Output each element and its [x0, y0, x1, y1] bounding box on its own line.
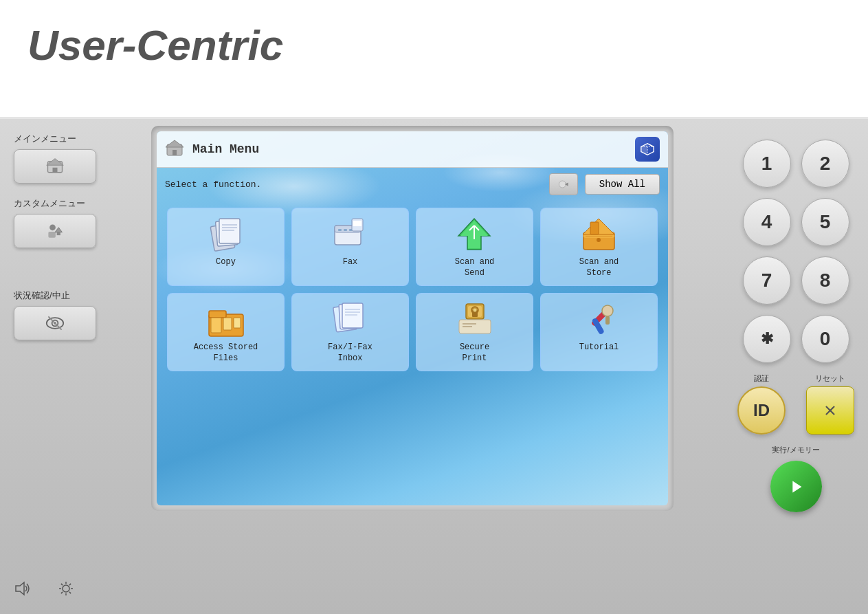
svg-rect-68 — [605, 316, 610, 325]
page-title: User-Centric — [27, 21, 283, 69]
num-2-button[interactable]: 2 — [801, 140, 849, 188]
status-label: 状況確認/中止 — [14, 289, 137, 302]
copy-label: Copy — [216, 257, 236, 268]
screen-home-icon — [165, 139, 186, 160]
svg-point-61 — [474, 309, 477, 312]
svg-marker-71 — [792, 481, 801, 492]
num-7-button[interactable]: 7 — [743, 256, 791, 305]
svg-line-79 — [69, 592, 71, 593]
svg-marker-72 — [16, 582, 24, 595]
svg-marker-12 — [166, 140, 183, 147]
svg-rect-2 — [53, 168, 58, 173]
right-panel: 1 2 4 5 7 8 ✱ 0 認証 ID リセット — [737, 140, 854, 518]
main-menu-label: メインメニュー — [14, 133, 137, 145]
3d-icon — [640, 142, 655, 157]
svg-rect-23 — [219, 219, 240, 243]
screen-3d-button[interactable] — [635, 137, 660, 162]
green-start-button[interactable] — [770, 461, 822, 512]
fax-button[interactable]: Fax — [291, 208, 409, 286]
svg-line-78 — [61, 584, 63, 585]
svg-point-67 — [602, 305, 613, 316]
svg-marker-5 — [55, 228, 63, 232]
svg-point-73 — [63, 585, 69, 592]
custom-menu-button[interactable] — [14, 214, 96, 248]
tutorial-icon — [580, 300, 618, 338]
svg-rect-48 — [211, 318, 221, 333]
svg-point-45 — [597, 238, 601, 242]
show-all-button[interactable]: Show All — [585, 174, 660, 195]
id-button[interactable]: ID — [737, 386, 786, 435]
access-stored-button[interactable]: Access StoredFiles — [167, 293, 285, 371]
screen-container: Main Menu Select a function. — [151, 126, 674, 511]
screen-title: Main Menu — [192, 142, 635, 156]
tutorial-label: Tutorial — [579, 342, 619, 353]
numpad-row-2: 4 5 — [737, 198, 854, 246]
svg-rect-30 — [344, 229, 347, 231]
svg-rect-63 — [463, 323, 476, 325]
eye-icon — [45, 314, 65, 333]
brightness-icon[interactable] — [58, 580, 74, 600]
auth-area: 認証 ID — [737, 373, 786, 435]
status-button[interactable] — [14, 306, 96, 340]
left-panel: メインメニュー カスタムメニュー 状況確認/中止 — [14, 133, 137, 354]
start-icon — [786, 477, 805, 496]
person-home-icon — [45, 221, 65, 241]
num-4-button[interactable]: 4 — [743, 198, 791, 246]
home-icon — [45, 157, 65, 176]
auth-reset-row: 認証 ID リセット — [737, 373, 854, 435]
svg-rect-64 — [463, 326, 472, 327]
function-grid: Copy — [157, 201, 668, 378]
scan-send-icon — [456, 215, 493, 253]
scan-store-button[interactable]: Scan andStore — [540, 208, 658, 286]
fax-icon — [331, 215, 369, 253]
tutorial-button[interactable]: Tutorial — [540, 293, 658, 371]
fax-inbox-label: Fax/I-FaxInbox — [328, 342, 372, 364]
svg-rect-13 — [173, 150, 177, 155]
voice-button[interactable] — [549, 173, 578, 195]
auth-label: 認証 — [754, 373, 769, 384]
main-menu-button[interactable] — [14, 149, 96, 184]
secure-print-icon — [456, 300, 493, 338]
copy-button[interactable]: Copy — [167, 208, 285, 286]
secure-print-label: SecurePrint — [460, 342, 489, 364]
select-function-text: Select a function. — [165, 179, 542, 190]
numpad-row-4: ✱ 0 — [737, 315, 854, 363]
voice-icon — [557, 177, 570, 191]
reset-label: リセット — [815, 373, 845, 384]
svg-marker-15 — [641, 144, 647, 155]
copy-icon — [207, 215, 245, 253]
svg-rect-29 — [338, 229, 342, 231]
num-0-button[interactable]: 0 — [801, 315, 849, 363]
exec-label: 実行/メモリー — [737, 445, 854, 455]
svg-rect-34 — [353, 221, 361, 226]
svg-line-80 — [69, 584, 71, 585]
fax-inbox-button[interactable]: Fax/I-FaxInbox — [291, 293, 409, 371]
svg-rect-53 — [342, 303, 363, 328]
scan-send-button[interactable]: Scan andSend — [416, 208, 533, 286]
num-8-button[interactable]: 8 — [801, 256, 849, 305]
screen-header: Main Menu — [157, 131, 668, 168]
svg-point-3 — [49, 224, 56, 230]
svg-rect-47 — [209, 311, 226, 318]
svg-rect-6 — [57, 232, 60, 235]
numpad-row-3: 7 8 — [737, 256, 854, 305]
speaker-icon[interactable] — [14, 580, 30, 600]
secure-print-button[interactable]: SecurePrint — [416, 293, 533, 371]
svg-line-16 — [647, 144, 654, 147]
num-1-button[interactable]: 1 — [743, 140, 791, 188]
svg-line-81 — [61, 592, 63, 593]
reset-area: リセット — [806, 373, 854, 435]
screen: Main Menu Select a function. — [157, 131, 668, 505]
bottom-icons — [14, 580, 74, 600]
svg-rect-50 — [234, 318, 241, 328]
access-stored-icon — [207, 300, 245, 338]
reset-icon — [821, 402, 839, 419]
num-star-button[interactable]: ✱ — [743, 315, 791, 363]
num-5-button[interactable]: 5 — [801, 198, 849, 246]
scan-store-label: Scan andStore — [579, 257, 619, 278]
svg-rect-43 — [590, 222, 599, 234]
scan-send-label: Scan andSend — [455, 257, 495, 278]
fax-label: Fax — [343, 257, 358, 268]
reset-button[interactable] — [806, 386, 854, 435]
scan-store-icon — [580, 215, 618, 253]
